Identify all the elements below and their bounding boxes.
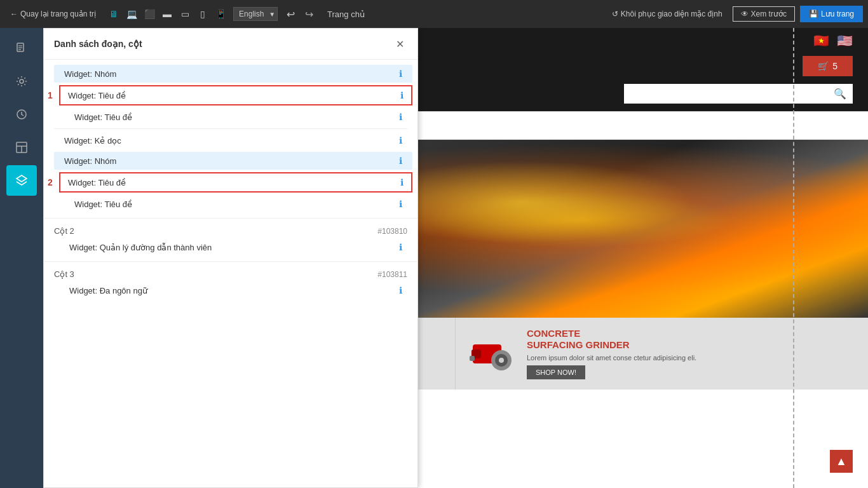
widget-ke-doc[interactable]: Widget: Kẻ dọc ℹ [49, 132, 412, 149]
top-toolbar: ← Quay lại trang quản trị 🖥 💻 ⬛ ▬ ▭ ▯ 📱 … [0, 0, 868, 28]
device-icons: 🖥 💻 ⬛ ▬ ▭ ▯ 📱 [106, 8, 228, 20]
cot-2-label: Cột 2 [54, 226, 74, 236]
panel-title: Danh sách đoạn, cột [54, 39, 142, 49]
preview-label: Xem trước [751, 10, 787, 18]
sidebar-item-history[interactable] [6, 99, 37, 130]
cot-3-id: #103811 [377, 270, 407, 279]
divider-1 [54, 128, 407, 129]
grinder-image [463, 329, 520, 379]
cot-2-row: Cột 2 #103810 [44, 224, 417, 238]
paragraph-panel: Danh sách đoạn, cột ✕ Widget: Nhóm ℹ 1 W… [43, 28, 418, 488]
vietnam-flag[interactable]: 🇻🇳 [813, 33, 829, 48]
desktop-icon[interactable]: 🖥 [106, 8, 121, 20]
info-icon-nhom2[interactable]: ℹ [399, 156, 402, 166]
left-sidebar [0, 28, 43, 488]
widget-tieude-1-selected[interactable]: Widget: Tiêu đề ℹ [59, 85, 412, 105]
language-selector[interactable]: English ▼ [233, 7, 278, 21]
close-icon: ✕ [396, 38, 404, 50]
save-label: Lưu trang [821, 10, 854, 18]
svg-point-18 [499, 358, 504, 363]
eye-icon: 👁 [741, 10, 749, 18]
widget-tieude-2-wrapper: 2 Widget: Tiêu đề ℹ [59, 172, 412, 193]
panel-header: Danh sách đoạn, cột ✕ [44, 29, 417, 60]
info-icon-dangonngu[interactable]: ℹ [399, 285, 402, 295]
info-icon-tieude1[interactable]: ℹ [400, 90, 403, 100]
redo-button[interactable]: ↪ [301, 7, 317, 22]
info-icon-nhom1[interactable]: ℹ [399, 69, 402, 79]
widget-tieude-1b[interactable]: Widget: Tiêu đề ℹ [44, 108, 412, 126]
divider-2 [44, 218, 417, 219]
search-bar: 🔍 [624, 84, 853, 104]
grinder-title: CONCRETESURFACING GRINDER [527, 328, 696, 351]
cart-button[interactable]: 🛒 5 [803, 56, 853, 76]
widget-quan-ly[interactable]: Widget: Quản lý đường dẫn thành viên ℹ [49, 238, 412, 256]
svg-rect-20 [470, 356, 475, 361]
panel-container: Danh sách đoạn, cột ✕ Widget: Nhóm ℹ 1 W… [43, 28, 434, 488]
product-grinder: CONCRETESURFACING GRINDER Lorem ipsum do… [456, 318, 868, 390]
widget-nhom-2[interactable]: Widget: Nhóm ℹ [54, 152, 412, 170]
grinder-desc: Lorem ipsum dolor sit amet conse ctetur … [527, 353, 696, 363]
svg-point-4 [20, 79, 24, 83]
undo-redo-group: ↩ ↪ [283, 7, 317, 22]
restore-button[interactable]: ↺ Khôi phục giao diện mặc định [607, 7, 728, 21]
tablet-lg-icon[interactable]: ⬛ [142, 8, 157, 20]
cart-icon: 🛒 [818, 61, 829, 71]
info-icon-tieude2[interactable]: ℹ [400, 177, 403, 187]
widget-tieude-2-selected[interactable]: Widget: Tiêu đề ℹ [59, 172, 412, 193]
laptop-icon[interactable]: 💻 [124, 8, 139, 20]
info-icon-kedoc[interactable]: ℹ [399, 135, 402, 146]
restore-icon: ↺ [612, 10, 618, 18]
sidebar-item-settings[interactable] [6, 66, 37, 97]
divider-3 [44, 261, 417, 262]
cot-3-label: Cột 3 [54, 269, 74, 279]
search-input[interactable] [630, 89, 834, 98]
panel-close-button[interactable]: ✕ [392, 36, 407, 51]
back-icon: ← [10, 10, 18, 18]
cot-3-row: Cột 3 #103811 [44, 267, 417, 281]
item-number-1: 1 [48, 90, 53, 100]
save-button[interactable]: 💾 Lưu trang [800, 6, 863, 22]
back-label: Quay lại trang quản trị [20, 10, 96, 18]
usa-flag[interactable]: 🇺🇸 [837, 33, 853, 48]
mobile-lg-icon[interactable]: ▯ [195, 8, 210, 20]
widget-nhom-1[interactable]: Widget: Nhóm ℹ [54, 65, 412, 83]
save-icon: 💾 [809, 10, 818, 18]
panel-body: Widget: Nhóm ℹ 1 Widget: Tiêu đề ℹ Widge… [44, 60, 417, 487]
cart-count: 5 [832, 61, 837, 71]
grinder-shop-btn[interactable]: SHOP NOW! [527, 365, 585, 379]
arrow-up-icon: ▲ [836, 455, 847, 468]
restore-label: Khôi phục giao diện mặc định [621, 10, 722, 18]
undo-button[interactable]: ↩ [283, 7, 299, 22]
sidebar-item-layers[interactable] [6, 165, 37, 196]
back-button[interactable]: ← Quay lại trang quản trị [5, 7, 101, 21]
preview-button[interactable]: 👁 Xem trước [733, 6, 795, 22]
sidebar-item-layout[interactable] [6, 132, 37, 163]
widget-da-ngon-ngu[interactable]: Widget: Đa ngôn ngữ ℹ [49, 281, 412, 299]
info-icon-tieude1b[interactable]: ℹ [399, 112, 402, 122]
widget-tieude-2b[interactable]: Widget: Tiêu đề ℹ [44, 195, 412, 213]
scroll-top-button[interactable]: ▲ [830, 450, 853, 473]
item-number-2: 2 [48, 177, 53, 187]
sidebar-item-pages[interactable] [6, 33, 37, 64]
language-dropdown[interactable]: English [233, 7, 278, 21]
search-icon[interactable]: 🔍 [834, 88, 846, 100]
tablet-sm-icon[interactable]: ▭ [177, 8, 193, 20]
info-icon-tieude2b[interactable]: ℹ [399, 199, 402, 209]
tablet-icon[interactable]: ▬ [159, 8, 175, 20]
grinder-info: CONCRETESURFACING GRINDER Lorem ipsum do… [527, 328, 696, 379]
widget-tieude-1-wrapper: 1 Widget: Tiêu đề ℹ [59, 85, 412, 105]
page-title: Trang chủ [327, 10, 365, 19]
svg-marker-9 [17, 175, 27, 182]
mobile-icon[interactable]: 📱 [213, 8, 228, 20]
info-icon-quanly[interactable]: ℹ [399, 242, 402, 252]
cot-2-id: #103810 [377, 227, 407, 236]
